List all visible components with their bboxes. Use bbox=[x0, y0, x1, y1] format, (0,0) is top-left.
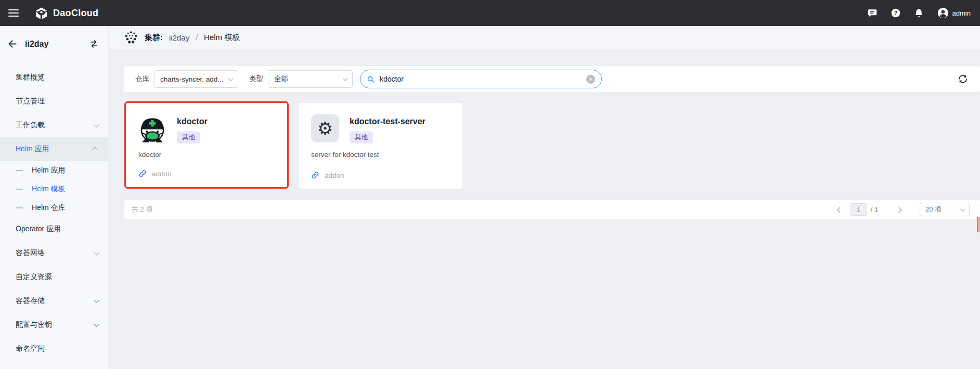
sidebar-item-container-storage[interactable]: 容器存储 bbox=[0, 289, 108, 313]
sidebar-item-node-management[interactable]: 节点管理 bbox=[0, 89, 108, 113]
page-size-select[interactable]: 20 项 bbox=[920, 203, 970, 216]
prev-page-button[interactable] bbox=[836, 203, 844, 216]
type-filter-label: 类型 bbox=[249, 74, 263, 84]
daocloud-logo-icon bbox=[34, 6, 48, 20]
sidebar-header: ii2day bbox=[0, 26, 108, 62]
gear-icon: ⚙ bbox=[317, 120, 333, 137]
chevron-left-icon bbox=[837, 207, 843, 213]
chevron-down-icon bbox=[94, 297, 99, 303]
help-icon[interactable]: ? bbox=[891, 8, 901, 18]
svg-text:?: ? bbox=[894, 10, 897, 16]
cluster-dots-icon bbox=[124, 30, 138, 45]
page-total: / 1 bbox=[871, 206, 878, 214]
switch-cluster-icon[interactable] bbox=[89, 39, 99, 49]
sidebar-item-config-secrets[interactable]: 配置与密钥 bbox=[0, 313, 108, 337]
filter-bar: 仓库 charts-syncer, add... 类型 全部 ✕ bbox=[124, 66, 980, 92]
brand[interactable]: DaoCloud bbox=[34, 6, 98, 20]
total-count: 共 2 项 bbox=[132, 205, 152, 214]
username: admin bbox=[952, 9, 971, 17]
sidebar-subitem-helm-repos[interactable]: Helm 仓库 bbox=[0, 199, 108, 217]
bell-icon[interactable] bbox=[914, 8, 924, 18]
helm-card-kdoctor-test-server[interactable]: ⚙ kdoctor-test-server 其他 server for kdoc… bbox=[299, 103, 462, 189]
card-description: server for kdoctor test bbox=[299, 143, 462, 159]
sidebar-item-namespaces[interactable]: 命名空间 bbox=[0, 337, 108, 361]
card-category-tag: 其他 bbox=[177, 131, 200, 143]
card-title: kdoctor-test-server bbox=[350, 117, 425, 126]
helm-card-kdoctor[interactable]: kdoctor 其他 kdoctor addon bbox=[126, 103, 287, 187]
breadcrumb: 集群: ii2day / Helm 模板 bbox=[109, 26, 980, 49]
card-description: kdoctor bbox=[126, 143, 287, 159]
search-input[interactable] bbox=[379, 74, 582, 84]
sidebar-item-operator-apps[interactable]: Operator 应用 bbox=[0, 217, 108, 241]
topbar: DaoCloud ? bbox=[0, 0, 980, 26]
refresh-icon[interactable] bbox=[957, 73, 969, 85]
link-icon bbox=[138, 169, 147, 178]
sidebar-item-custom-resources[interactable]: 自定义资源 bbox=[0, 265, 108, 289]
chevron-down-icon bbox=[343, 76, 348, 81]
chevron-down-icon bbox=[228, 76, 234, 81]
sidebar-item-cluster-overview[interactable]: 集群概览 bbox=[0, 65, 108, 89]
chevron-down-icon bbox=[94, 122, 99, 127]
back-arrow-icon[interactable] bbox=[7, 38, 18, 49]
type-select[interactable]: 全部 bbox=[268, 70, 353, 88]
page-number-input[interactable]: 1 bbox=[850, 203, 867, 216]
breadcrumb-current: Helm 模板 bbox=[204, 33, 240, 43]
sidebar: ii2day 集群概览 节点管理 工作负载 Helm 应用 Helm 应用 He… bbox=[0, 26, 109, 369]
breadcrumb-prefix: 集群: bbox=[145, 33, 163, 43]
repo-filter-label: 仓库 bbox=[135, 74, 149, 84]
card-repo-link[interactable]: addon bbox=[311, 171, 344, 179]
sidebar-subitem-helm-apps[interactable]: Helm 应用 bbox=[0, 161, 108, 180]
link-icon bbox=[311, 171, 319, 179]
search-icon bbox=[367, 75, 375, 83]
breadcrumb-separator: / bbox=[196, 33, 198, 42]
dash-icon bbox=[16, 207, 23, 208]
gear-avatar: ⚙ bbox=[311, 114, 339, 142]
search-box: ✕ bbox=[360, 70, 602, 88]
edge-floating-button[interactable] bbox=[977, 217, 980, 232]
sidebar-item-workloads[interactable]: 工作负载 bbox=[0, 113, 108, 137]
brand-name: DaoCloud bbox=[53, 8, 98, 19]
chevron-right-icon bbox=[896, 207, 901, 213]
sidebar-item-container-network[interactable]: 容器网络 bbox=[0, 241, 108, 265]
sidebar-subitem-helm-templates[interactable]: Helm 模板 bbox=[0, 180, 108, 199]
repo-select[interactable]: charts-syncer, add... bbox=[154, 70, 238, 88]
dash-icon bbox=[16, 170, 23, 171]
cluster-name: ii2day bbox=[25, 39, 48, 49]
menu-icon[interactable] bbox=[8, 9, 19, 17]
chevron-down-icon bbox=[94, 321, 99, 327]
sidebar-nav: 集群概览 节点管理 工作负载 Helm 应用 Helm 应用 Helm 模板 H… bbox=[0, 62, 108, 361]
card-title: kdoctor bbox=[177, 117, 208, 126]
user-avatar-icon bbox=[937, 7, 949, 19]
clear-search-icon[interactable]: ✕ bbox=[586, 75, 595, 84]
breadcrumb-cluster[interactable]: ii2day bbox=[169, 33, 189, 42]
card-repo-link[interactable]: addon bbox=[138, 169, 172, 178]
next-page-button[interactable] bbox=[895, 203, 903, 216]
highlight-annotation: kdoctor 其他 kdoctor addon bbox=[124, 101, 289, 189]
sidebar-item-helm-apps[interactable]: Helm 应用 bbox=[0, 137, 108, 161]
chevron-down-icon bbox=[94, 249, 99, 255]
main-area: 集群: ii2day / Helm 模板 仓库 charts-syncer, a… bbox=[109, 26, 980, 369]
user-menu[interactable]: admin bbox=[937, 7, 971, 19]
topbar-actions: ? admin bbox=[867, 7, 971, 19]
chat-icon[interactable] bbox=[867, 8, 878, 18]
pagination-bar: 共 2 项 1 / 1 20 项 bbox=[124, 200, 980, 219]
dash-icon bbox=[16, 189, 23, 190]
chevron-down-icon bbox=[960, 206, 965, 212]
card-category-tag: 其他 bbox=[350, 131, 373, 143]
kdoctor-avatar bbox=[138, 114, 166, 142]
